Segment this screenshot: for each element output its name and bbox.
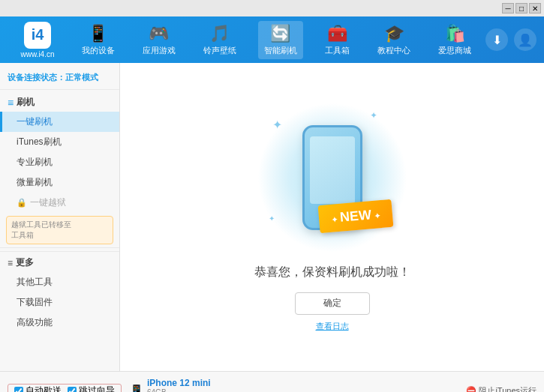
sparkle-icon-1: ✦ — [272, 118, 282, 132]
minimize-button[interactable]: ─ — [502, 3, 514, 13]
header-right: ⬇ 👤 — [485, 28, 536, 51]
auto-send-checkbox[interactable] — [14, 387, 23, 393]
device-bar: 自动歇送 跳过向导 📱 iPhone 12 mini 64GB Down-12m… — [0, 371, 544, 392]
logo-subtext: www.i4.cn — [20, 50, 54, 58]
toolbox-icon: 🧰 — [327, 24, 347, 43]
sidebar-item-download-firmware[interactable]: 下载固件 — [0, 292, 119, 313]
nav-label: 我的设备 — [82, 45, 115, 56]
status-label: 设备连接状态： — [8, 73, 65, 82]
tutorial-icon: 🎓 — [384, 24, 404, 43]
lock-icon: 🔒 — [17, 198, 27, 208]
skip-guide-checkbox-item: 跳过向导 — [68, 385, 115, 392]
nav-label: 应用游戏 — [143, 45, 176, 56]
device-phone-icon: 📱 — [129, 384, 144, 392]
user-button[interactable]: 👤 — [514, 28, 536, 51]
nav-ringtone[interactable]: 🎵 铃声壁纸 — [197, 21, 242, 59]
success-message: 恭喜您，保资料刷机成功啦！ — [254, 265, 410, 280]
sidebar-item-advanced[interactable]: 高级功能 — [0, 313, 119, 333]
device-storage: 64GB — [147, 388, 211, 393]
nav-toolbox[interactable]: 🧰 工具箱 — [319, 21, 356, 59]
checkbox-group: 自动歇送 跳过向导 — [8, 384, 122, 393]
sidebar-item-jailbreak: 🔒 一键越狱 — [0, 193, 119, 213]
block-itunes-icon: ⛔ — [466, 386, 476, 392]
main-content: ✦ ✦ ✦ NEW 恭喜您，保资料刷机成功啦！ 确定 查看日志 — [120, 63, 544, 371]
device-info: iPhone 12 mini 64GB Down-12mini-13,1 — [147, 378, 211, 393]
nav-store[interactable]: 🛍️ 爱思商城 — [432, 21, 477, 59]
download-button[interactable]: ⬇ — [485, 28, 508, 51]
more-section-header: ≡ 更多 — [0, 251, 119, 272]
sparkle-icon-2: ✦ — [370, 110, 377, 121]
new-badge: NEW — [317, 199, 393, 232]
flash-icon: 🔄 — [270, 24, 290, 43]
main-container: 设备连接状态：正常模式 ≡ 刷机 一键刷机 iTunes刷机 专业刷机 微量刷机… — [0, 63, 544, 371]
sidebar-item-save-flash[interactable]: 微量刷机 — [0, 172, 119, 193]
store-icon: 🛍️ — [445, 24, 465, 43]
block-itunes-label: 阻止iTunes运行 — [479, 385, 536, 392]
phone-illustration: ✦ ✦ ✦ NEW — [265, 103, 400, 253]
nav-bar: 📱 我的设备 🎮 应用游戏 🎵 铃声壁纸 🔄 智能刷机 🧰 工具箱 🎓 教程中心… — [68, 21, 485, 59]
device-icon: 📱 — [88, 24, 108, 43]
phone-screen — [310, 136, 355, 204]
skip-guide-checkbox[interactable] — [68, 387, 77, 393]
nav-smart-flash[interactable]: 🔄 智能刷机 — [258, 21, 303, 59]
sidebar-item-pro-flash[interactable]: 专业刷机 — [0, 152, 119, 172]
auto-send-label: 自动歇送 — [26, 385, 62, 392]
nav-app-games[interactable]: 🎮 应用游戏 — [137, 21, 182, 59]
notice-line1: 越狱工具已转移至 — [11, 220, 108, 230]
sidebar-item-other-tools[interactable]: 其他工具 — [0, 272, 119, 292]
sidebar-item-one-click-flash[interactable]: 一键刷机 — [0, 112, 119, 132]
status-value: 正常模式 — [65, 73, 98, 82]
skip-guide-label: 跳过向导 — [79, 385, 115, 392]
nav-label: 爱思商城 — [438, 45, 471, 56]
device-name: iPhone 12 mini — [147, 378, 211, 388]
nav-label: 智能刷机 — [264, 45, 297, 56]
nav-label: 铃声壁纸 — [203, 45, 236, 56]
more-icon: ≡ — [8, 258, 13, 268]
close-button[interactable]: ✕ — [529, 3, 541, 13]
block-itunes-button[interactable]: ⛔ 阻止iTunes运行 — [466, 385, 536, 392]
sidebar: 设备连接状态：正常模式 ≡ 刷机 一键刷机 iTunes刷机 专业刷机 微量刷机… — [0, 63, 120, 371]
ringtone-icon: 🎵 — [209, 24, 230, 43]
sidebar-divider — [0, 247, 119, 248]
nav-my-device[interactable]: 📱 我的设备 — [76, 21, 121, 59]
sidebar-item-itunes-flash[interactable]: iTunes刷机 — [0, 132, 119, 152]
jailbreak-notice: 越狱工具已转移至 工具箱 — [6, 216, 113, 244]
flash-section-header: ≡ 刷机 — [0, 93, 119, 112]
nav-label: 工具箱 — [325, 45, 350, 56]
flash-section-icon: ≡ — [8, 97, 14, 109]
app-icon: 🎮 — [149, 24, 169, 43]
notice-line2: 工具箱 — [11, 230, 108, 241]
auto-send-checkbox-item: 自动歇送 — [14, 385, 62, 392]
nav-tutorial[interactable]: 🎓 教程中心 — [371, 21, 416, 59]
confirm-button[interactable]: 确定 — [295, 292, 370, 315]
sparkle-icon-3: ✦ — [269, 214, 275, 223]
header: i4 www.i4.cn 📱 我的设备 🎮 应用游戏 🎵 铃声壁纸 🔄 智能刷机… — [0, 16, 544, 63]
logo-icon: i4 — [24, 22, 51, 49]
nav-label: 教程中心 — [377, 45, 410, 56]
title-bar: ─ □ ✕ — [0, 0, 544, 16]
view-log-link[interactable]: 查看日志 — [316, 321, 349, 332]
maximize-button[interactable]: □ — [515, 3, 527, 13]
logo[interactable]: i4 www.i4.cn — [8, 22, 68, 58]
connection-status: 设备连接状态：正常模式 — [0, 69, 119, 90]
